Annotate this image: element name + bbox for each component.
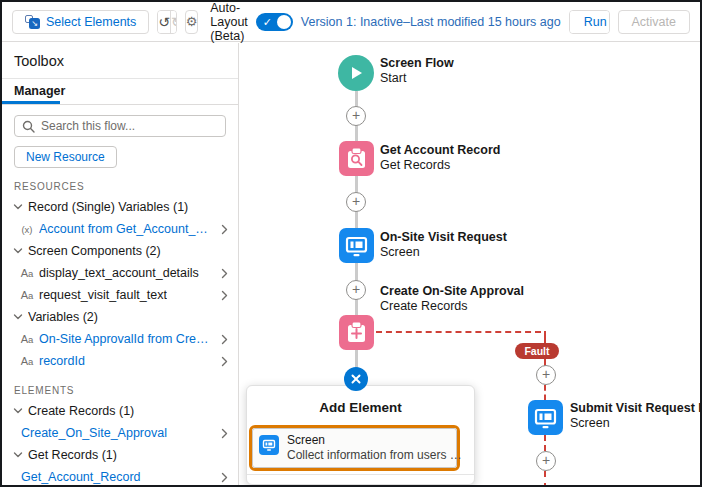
chevron-right-icon — [221, 290, 228, 301]
chevron-right-icon — [221, 472, 228, 483]
run-button[interactable]: Run — [570, 11, 610, 33]
activate-button[interactable]: Activate — [618, 10, 690, 34]
undo-button[interactable]: ↺ — [158, 11, 170, 33]
screen-icon — [259, 435, 279, 455]
group-label: Record (Single) Variables (1) — [28, 200, 188, 214]
node-title: Submit Visit Request Failure — [570, 401, 702, 416]
resource-group-record-single-variables[interactable]: Record (Single) Variables (1) — [2, 196, 238, 218]
get-records-icon — [339, 141, 374, 176]
node-subtitle: Get Records — [380, 158, 600, 173]
chevron-right-icon — [221, 268, 228, 279]
text-variable-icon: Aa — [19, 333, 35, 345]
resource-link[interactable]: recordId — [39, 354, 85, 368]
resource-item-display-text-account-details[interactable]: Aa display_text_account_details — [2, 262, 238, 284]
text-variable-icon: Aa — [19, 355, 35, 367]
element-link[interactable]: Get_Account_Record — [21, 470, 141, 484]
node-subtitle: Create Records — [380, 299, 600, 314]
add-element-plus-button[interactable]: + — [346, 280, 366, 300]
add-element-option-screen[interactable]: Screen Collect information from users wh… — [249, 425, 460, 471]
search-icon — [22, 119, 35, 137]
add-element-option-action[interactable]: Action Perform an action outside of the … — [247, 475, 474, 485]
on-site-visit-request-node[interactable] — [339, 228, 374, 263]
fault-connector-line — [544, 385, 546, 400]
fault-badge: Fault — [515, 343, 559, 359]
node-subtitle: Screen — [570, 416, 702, 431]
start-node[interactable] — [338, 55, 374, 91]
resource-link[interactable]: Account from Get_Account_Record — [39, 222, 211, 236]
submit-visit-request-failure-node[interactable] — [528, 400, 563, 435]
add-element-plus-button[interactable]: + — [536, 365, 556, 385]
node-title: On-Site Visit Request — [380, 230, 600, 245]
chevron-right-icon — [221, 356, 228, 367]
resource-link[interactable]: On-Site ApprovalId from Create_On_... — [39, 332, 211, 346]
get-account-record-node[interactable] — [339, 141, 374, 176]
fault-connector-line — [544, 471, 546, 487]
add-element-plus-button[interactable]: + — [536, 451, 556, 471]
elements-section-header: ELEMENTS — [2, 372, 238, 400]
chevron-down-icon — [13, 247, 23, 255]
redo-button[interactable]: ↻ — [170, 11, 177, 33]
node-title: Create On-Site Approval — [380, 284, 600, 299]
toggle-knob — [277, 15, 291, 29]
element-link[interactable]: Create_On_Site_Approval — [21, 426, 167, 440]
search-input[interactable] — [14, 115, 226, 137]
active-tab-underline — [2, 101, 60, 104]
screen-icon — [528, 400, 563, 435]
element-item-create-on-site-approval[interactable]: Create_On_Site_Approval — [2, 422, 238, 444]
auto-layout-label: Auto-Layout (Beta) — [210, 1, 248, 43]
node-title: Screen Flow — [380, 56, 600, 71]
version-status-text: Version 1: Inactive–Last modified 15 hou… — [301, 15, 561, 29]
play-icon — [348, 65, 364, 81]
resources-section-header: RESOURCES — [2, 168, 238, 196]
record-variable-icon: (x) — [19, 224, 35, 235]
add-element-panel: Add Element Screen Collect information f… — [246, 385, 475, 485]
close-icon — [351, 374, 361, 384]
create-on-site-approval-node[interactable] — [339, 315, 374, 350]
group-label: Variables (2) — [28, 310, 98, 324]
select-elements-button[interactable]: ↘ Select Elements — [12, 10, 149, 34]
resource-group-screen-components[interactable]: Screen Components (2) — [2, 240, 238, 262]
element-group-create-records[interactable]: Create Records (1) — [2, 400, 238, 422]
toolbar: ↘ Select Elements ↺ ↻ ⚙ Auto-Layout (Bet… — [2, 2, 700, 42]
screen-icon — [339, 228, 374, 263]
on-site-visit-request-labels: On-Site Visit Request Screen — [380, 230, 600, 260]
auto-layout-toggle[interactable]: ✓ — [256, 13, 293, 31]
chevron-down-icon — [13, 203, 23, 211]
group-label: Screen Components (2) — [28, 244, 161, 258]
resource-item-request-visit-fault-text[interactable]: Aa request_visit_fault_text — [2, 284, 238, 306]
resource-item-onsite-approvalid[interactable]: Aa On-Site ApprovalId from Create_On_... — [2, 328, 238, 350]
chevron-right-icon — [221, 428, 228, 439]
create-records-icon — [339, 315, 374, 350]
option-label: Screen — [287, 433, 467, 448]
text-component-icon: Aa — [19, 289, 35, 301]
resource-group-variables[interactable]: Variables (2) — [2, 306, 238, 328]
group-label: Get Records (1) — [28, 448, 117, 462]
toolbox-sidebar: Toolbox Manager New Resource RESOURCES R… — [2, 43, 239, 485]
add-element-plus-button[interactable]: + — [346, 192, 366, 212]
fault-connector-line — [376, 331, 541, 333]
option-label: Action — [285, 482, 465, 485]
add-element-plus-button[interactable]: + — [346, 106, 366, 126]
node-subtitle: Start — [380, 71, 600, 86]
settings-gear-button[interactable]: ⚙ — [185, 10, 199, 34]
get-account-record-labels: Get Account Record Get Records — [380, 143, 600, 173]
toolbox-tabs: Manager — [2, 79, 238, 105]
element-item-get-account-record[interactable]: Get_Account_Record — [2, 466, 238, 485]
node-title: Get Account Record — [380, 143, 600, 158]
undo-redo-group: ↺ ↻ — [157, 10, 176, 34]
toggle-check-icon: ✓ — [263, 15, 272, 29]
fault-connector-line — [544, 435, 546, 451]
resource-item-recordid[interactable]: Aa recordId — [2, 350, 238, 372]
create-approval-labels: Create On-Site Approval Create Records — [380, 284, 600, 314]
text-component-icon: Aa — [19, 267, 35, 279]
new-resource-button[interactable]: New Resource — [14, 146, 117, 168]
resource-item-account-from-get-account-record[interactable]: (x) Account from Get_Account_Record — [2, 218, 238, 240]
close-add-element-button[interactable] — [344, 367, 368, 391]
fault-connector-line — [544, 331, 546, 343]
submit-visit-request-failure-labels: Submit Visit Request Failure Screen — [570, 401, 702, 431]
chevron-down-icon — [13, 451, 23, 459]
flow-canvas[interactable]: Screen Flow Start + Get Account Record G… — [240, 43, 700, 485]
element-group-get-records[interactable]: Get Records (1) — [2, 444, 238, 466]
action-bolt-icon — [257, 484, 277, 485]
select-elements-icon: ↘ — [25, 15, 40, 29]
